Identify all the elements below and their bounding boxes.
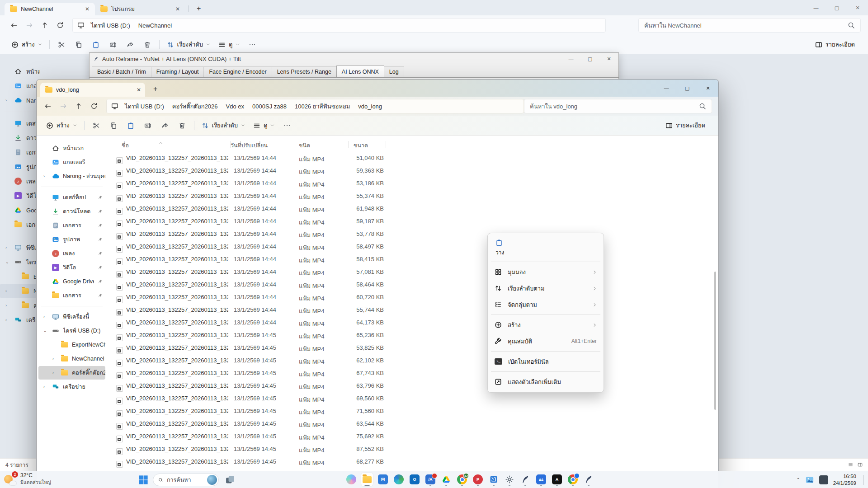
file-row[interactable]: VID_20260113_132257_20260113_132919_9...… [107,430,711,443]
delete-button[interactable] [174,118,191,133]
refresh-button[interactable] [86,99,102,113]
menu-item-terminal[interactable]: >_เปิดในเทอร์มินัล [490,353,601,370]
taskbar-search[interactable]: การค้นหา [153,474,219,486]
taskbar-icon-arc[interactable]: A [551,473,563,486]
tray-chevron-icon[interactable]: ⌃ [796,477,800,482]
more-toolbar-button[interactable] [278,118,296,133]
bg-sidebar-item[interactable]: แกลเลอรี [0,79,40,93]
expand-chevron-icon[interactable]: › [43,314,45,319]
sidebar-item-ดาวน์โหลด[interactable]: ดาวน์โหลด [38,205,105,218]
file-row[interactable]: VID_20260113_132257_20260113_132919_9...… [107,164,711,177]
expand-chevron-icon[interactable]: › [5,289,7,293]
bg-sidebar-item[interactable]: รูปภาพ [0,160,40,174]
taskbar-icon-adoc[interactable]: /A [425,473,436,486]
breadcrumb-segment[interactable]: NewChannel [137,22,174,29]
file-row[interactable]: VID_20260113_132257_20260113_132919_9...… [107,405,711,418]
sort-button[interactable]: เรียงลำดับ [163,37,214,52]
expand-chevron-icon[interactable]: › [5,318,7,322]
refresh-button[interactable] [52,18,68,33]
taskbar-clock[interactable]: 16:50 24/1/2569 [833,473,856,487]
bg-sidebar-item[interactable]: ›เครือข่าย [0,313,40,327]
sidebar-item-เพลง[interactable]: ♪เพลง [38,247,105,260]
new-button[interactable]: สร้าง [7,37,46,52]
taskbar-icon-outlook[interactable]: O [409,473,420,486]
photos-icon[interactable] [805,475,814,484]
breadcrumb-segment[interactable]: 10026 ยาสีฟันขอหอม [293,102,352,111]
file-row[interactable]: VID_20260113_132257_20260113_132919_9...… [107,367,711,380]
sidebar-item-Narong---ส่วนบุคคล[interactable]: ›Narong - ส่วนบุคคล [38,169,105,183]
expand-chevron-icon[interactable]: › [43,174,45,178]
start-button[interactable] [138,475,148,485]
bg-sidebar-item[interactable]: Google Drive (G:) [0,203,40,217]
minimize-button[interactable]: — [656,80,677,97]
close-button[interactable]: ✕ [698,80,718,97]
column-header-0[interactable]: ชื่อ [122,141,129,150]
file-row[interactable]: VID_20260113_132257_20260113_132919_9...… [107,380,711,392]
taskbar-icon-chrome-sj[interactable]: SJ [456,473,468,486]
bg-breadcrumb[interactable]: ไดรฟ์ USB (D:)NewChannel [72,18,606,33]
file-row[interactable]: VID_20260113_132257_20260113_132919_9...… [107,291,711,304]
new-button[interactable]: สร้าง [42,118,81,133]
sidebar-item-เดสก์ท็อป[interactable]: เดสก์ท็อป [38,191,105,204]
file-row[interactable]: VID_20260113_132257_20260113_132919_9...… [107,266,711,278]
sidebar-item-NewChannel[interactable]: ›NewChannel [38,352,105,366]
paste-button[interactable] [87,37,104,52]
more-toolbar-button[interactable] [244,37,261,52]
breadcrumb-segment[interactable]: vdo_long [356,103,384,110]
expand-chevron-icon[interactable]: ⌄ [5,260,9,264]
menu-item-moreopt[interactable]: แสดงตัวเลือกเพิ่มเติม [490,374,601,390]
close-tab-icon[interactable]: ✕ [83,6,91,12]
bg-sidebar-item[interactable]: ›NewChannel [0,284,40,298]
breadcrumb-segment[interactable]: Vdo ex [224,103,246,110]
column-header-2[interactable]: ชนิด [299,141,310,150]
new-tab-button[interactable]: + [153,85,157,93]
rename-button[interactable] [139,118,156,133]
menu-item-wrench[interactable]: คุณสมบัติAlt1+Enter [490,333,601,349]
expand-chevron-icon[interactable]: › [5,245,7,250]
sidebar-item-ไดรฟ์-USB-(D:)[interactable]: ⌄ไดรฟ์ USB (D:) [38,324,105,338]
taskbar-icon-edge[interactable] [393,473,405,486]
taskbar-icon-quill[interactable] [519,473,531,486]
reframe-title-bar[interactable]: Auto Reframe - YuNet + AI Lens (ONNX CUD… [90,53,618,65]
sort-button[interactable]: เรียงลำดับ [198,118,249,133]
cut-button[interactable] [88,118,105,133]
file-row[interactable]: VID_20260113_132257_20260113_132919_9...… [107,278,711,291]
bing-spotlight-icon[interactable] [207,475,217,485]
maximize-button[interactable]: ▢ [580,53,599,65]
expand-chevron-icon[interactable]: ⌄ [43,328,47,333]
scrollbar-thumb[interactable] [714,272,716,410]
maximize-button[interactable]: ▢ [826,0,847,15]
breadcrumb-segment[interactable]: 0000SJ za88 [250,103,288,110]
file-row[interactable]: VID_20260113_132257_20260113_132919_9...… [107,392,711,405]
paste-button[interactable] [122,118,139,133]
file-row[interactable]: VID_20260113_132257_20260113_132919_9...… [107,190,711,202]
breadcrumb-segment[interactable]: คอร์สติ๊กต๊อก2026 [170,102,220,111]
expand-chevron-icon[interactable]: › [5,98,7,103]
file-row[interactable]: VID_20260113_132257_20260113_132919_9...… [107,418,711,430]
bg-sidebar-item[interactable]: ExportNewChanel [0,269,40,284]
file-row[interactable]: VID_20260113_132257_20260113_132919_9...… [107,253,711,266]
column-header-1[interactable]: วันที่ปรับเปลี่ยน [231,141,268,150]
close-button[interactable]: ✕ [599,53,618,65]
bg-search-box[interactable]: ค้นหาใน NewChannel [638,18,861,33]
forward-button[interactable] [22,18,37,33]
sidebar-item-เครือข่าย[interactable]: ›เครือข่าย [38,380,105,394]
bg-sidebar-item[interactable]: ⌄ไดรฟ์ USB (D:) [0,255,40,269]
tab-vdo-long[interactable]: vdo_long ✕ [40,83,145,97]
sidebar-item-เอกสาร[interactable]: เอกสาร [38,289,105,302]
menu-item-group[interactable]: จัดกลุ่มตาม [490,296,601,313]
copy-button[interactable] [105,118,122,133]
bg-sidebar-item[interactable]: ›คอร์สติ๊กต๊อก2026 [0,298,40,313]
delete-button[interactable] [139,37,156,52]
file-row[interactable]: VID_20260113_132257_20260113_132919_9...… [107,202,711,215]
expand-chevron-icon[interactable]: › [5,303,7,308]
details-pane-button[interactable]: รายละเอียด [811,37,859,52]
file-row[interactable]: VID_20260113_132257_20260113_132919_9...… [107,240,711,253]
details-icon[interactable] [858,462,863,467]
bg-sidebar-item[interactable]: ▶วิดีโอ [0,188,40,203]
up-button[interactable] [71,99,86,113]
file-row[interactable]: VID_20260113_132257_20260113_132919_9...… [107,152,711,164]
view-button[interactable]: ดู [249,118,278,133]
bg-sidebar-item[interactable]: ♪เพลง [0,174,40,188]
bg-sidebar-item[interactable]: หน้าแรก [0,64,40,79]
